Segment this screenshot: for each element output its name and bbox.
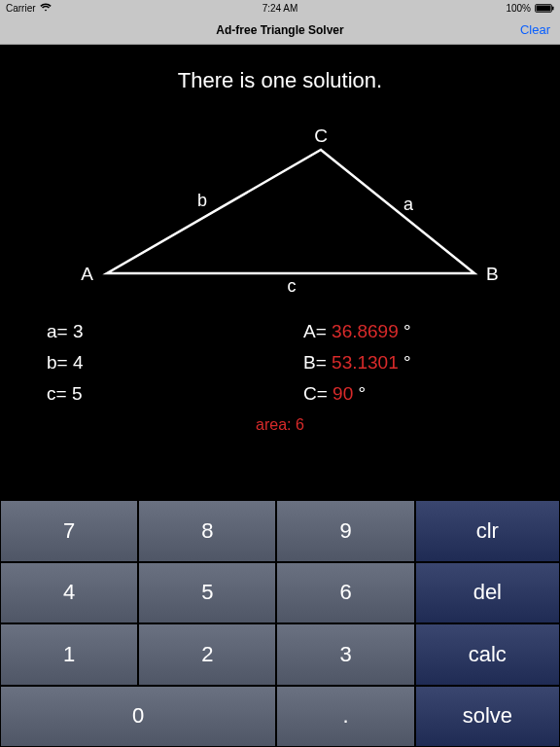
key-4[interactable]: 4: [0, 562, 138, 624]
side-a-readout[interactable]: a= 3: [47, 321, 257, 342]
triangle-diagram: C A B b a c: [0, 103, 560, 317]
svg-rect-2: [552, 6, 554, 10]
key-5[interactable]: 5: [138, 562, 276, 624]
wifi-icon: [40, 3, 52, 14]
angles-column: A= 36.8699 ° B= 53.1301 ° C= 90 °: [257, 321, 513, 414]
svg-marker-3: [107, 150, 474, 273]
sides-column: a= 3 b= 4 c= 5: [47, 321, 257, 414]
key-1[interactable]: 1: [0, 623, 138, 686]
key-clr[interactable]: clr: [415, 500, 560, 562]
status-bar: Carrier 7:24 AM 100%: [0, 0, 560, 16]
key-3[interactable]: 3: [276, 623, 414, 686]
clock: 7:24 AM: [262, 3, 298, 14]
key-dot[interactable]: .: [276, 686, 414, 748]
angle-C-readout[interactable]: C= 90 °: [303, 383, 513, 405]
key-9[interactable]: 9: [276, 500, 414, 562]
key-2[interactable]: 2: [138, 623, 276, 686]
side-b-readout[interactable]: b= 4: [47, 352, 257, 374]
vertex-C-label: C: [314, 125, 328, 146]
page-title: Ad-free Triangle Solver: [216, 23, 343, 37]
area-readout: area: 6: [0, 416, 560, 434]
solution-message: There is one solution.: [0, 68, 560, 93]
key-7[interactable]: 7: [0, 500, 138, 562]
key-solve[interactable]: solve: [415, 686, 560, 748]
angle-A-readout[interactable]: A= 36.8699 °: [303, 321, 513, 342]
key-6[interactable]: 6: [276, 562, 414, 624]
readouts: a= 3 b= 4 c= 5 A= 36.8699 ° B= 53.1301 °…: [0, 321, 560, 414]
clear-button[interactable]: Clear: [520, 22, 550, 37]
key-8[interactable]: 8: [138, 500, 276, 562]
side-b-label: b: [197, 191, 207, 210]
nav-bar: Ad-free Triangle Solver Clear: [0, 16, 560, 45]
side-c-readout[interactable]: c= 5: [47, 383, 257, 405]
vertex-A-label: A: [81, 264, 93, 284]
battery-percent: 100%: [506, 3, 531, 14]
svg-rect-1: [537, 5, 551, 11]
keypad: 7 8 9 clr 4 5 6 del 1 2 3 calc 0 . solve: [0, 500, 560, 747]
key-calc[interactable]: calc: [415, 623, 560, 686]
content-area: There is one solution. C A B b a c a= 3 …: [0, 45, 560, 500]
key-0[interactable]: 0: [0, 686, 276, 748]
side-a-label: a: [403, 195, 414, 214]
vertex-B-label: B: [486, 264, 499, 284]
battery-icon: [535, 4, 554, 13]
side-c-label: c: [288, 276, 297, 296]
key-del[interactable]: del: [415, 562, 560, 624]
angle-B-readout[interactable]: B= 53.1301 °: [303, 352, 513, 374]
carrier-label: Carrier: [6, 3, 36, 14]
